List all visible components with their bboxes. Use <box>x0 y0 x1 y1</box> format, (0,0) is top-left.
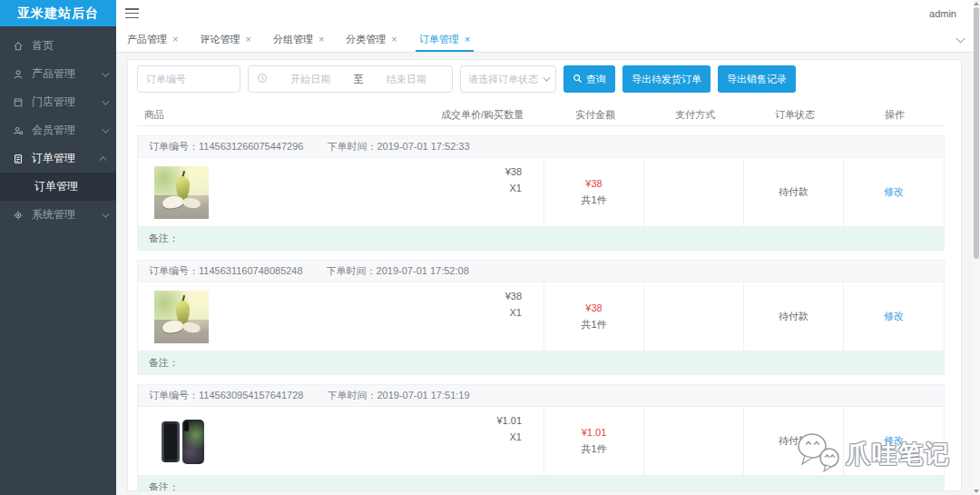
export-sales-records-button[interactable]: 导出销售记录 <box>718 65 796 93</box>
close-icon[interactable]: × <box>172 35 178 45</box>
order-number: 订单编号：1145631266075447296 <box>149 140 303 153</box>
col-paid-amount: 实付金额 <box>545 108 645 122</box>
pieces-count: 共1件 <box>581 442 606 456</box>
scroll-down-icon[interactable] <box>974 490 979 493</box>
sidebar-subitem-order-management[interactable]: 订单管理 <box>0 173 116 201</box>
sidebar-item-home[interactable]: 首页 <box>0 32 116 60</box>
modify-link[interactable]: 修改 <box>884 185 904 199</box>
status-placeholder: 请选择订单状态 <box>468 73 543 86</box>
chevron-down-icon <box>543 74 550 81</box>
product-image-pear <box>154 291 209 343</box>
modify-link[interactable]: 修改 <box>884 310 904 323</box>
modify-link[interactable]: 修改 <box>884 434 904 448</box>
order-head: 订单编号：1145631160748085248 下单时间：2019-07-01… <box>138 261 944 282</box>
close-icon[interactable]: × <box>391 35 397 45</box>
start-date-placeholder: 开始日期 <box>273 73 348 86</box>
date-range-picker[interactable]: 开始日期 至 结束日期 <box>248 65 453 93</box>
col-order-status: 订单状态 <box>745 108 845 122</box>
chevron-down-icon <box>102 69 109 76</box>
order-number: 订单编号：1145630954157641728 <box>149 389 303 402</box>
order-group: 订单编号：1145630954157641728 下单时间：2019-07-01… <box>137 384 945 491</box>
tab-group-management[interactable]: 分组管理 × <box>273 26 324 52</box>
filter-bar: 开始日期 至 结束日期 请选择订单状态 查询 <box>128 60 961 98</box>
export-pending-orders-button[interactable]: 导出待发货订单 <box>622 65 710 93</box>
member-icon <box>13 125 24 136</box>
sidebar-item-members[interactable]: 会员管理 <box>0 116 116 144</box>
top-bar: admin <box>116 0 973 26</box>
col-pay-method: 支付方式 <box>645 108 745 122</box>
order-remark: 备注： <box>138 351 944 374</box>
sidebar-item-stores[interactable]: 门店管理 <box>0 88 116 116</box>
order-time: 下单时间：2019-07-01 17:52:08 <box>327 264 469 278</box>
pieces-count: 共1件 <box>581 318 606 332</box>
order-icon <box>13 153 24 164</box>
order-status: 待付款 <box>744 407 844 475</box>
tab-comment-management[interactable]: 评论管理 × <box>200 26 250 52</box>
app-logo: 亚米建站后台 <box>0 0 116 26</box>
order-head: 订单编号：1145630954157641728 下单时间：2019-07-01… <box>138 385 944 407</box>
paid-amount-cell: ¥38 共1件 <box>544 282 644 351</box>
pay-method-cell <box>644 407 744 475</box>
order-panel: 开始日期 至 结束日期 请选择订单状态 查询 <box>127 59 962 491</box>
date-to-label: 至 <box>354 73 364 86</box>
search-button[interactable]: 查询 <box>564 65 615 93</box>
sidebar-item-system[interactable]: 系统管理 <box>0 201 116 229</box>
product-image-pear <box>154 166 209 219</box>
tab-order-management[interactable]: 订单管理 × <box>419 26 470 52</box>
close-icon[interactable]: × <box>465 35 470 45</box>
tabs-bar: 产品管理 × 评论管理 × 分组管理 × 分类管理 × 订单管理 × <box>116 26 973 53</box>
user-icon <box>13 69 24 80</box>
paid-amount: ¥38 <box>585 302 602 313</box>
order-status: 待付款 <box>744 282 844 351</box>
vertical-scrollbar[interactable] <box>973 0 980 495</box>
sidebar-nav: 首页 产品管理 门店管理 会员管理 <box>0 26 116 229</box>
order-head: 订单编号：1145631266075447296 下单时间：2019-07-01… <box>138 136 944 158</box>
chevron-down-icon <box>102 125 109 133</box>
sidebar-item-label: 订单管理 <box>32 151 75 166</box>
tab-category-management[interactable]: 分类管理 × <box>346 26 397 52</box>
paid-amount: ¥38 <box>585 178 602 189</box>
sidebar-item-label: 会员管理 <box>32 123 75 138</box>
chevron-up-icon <box>99 156 106 163</box>
tab-product-management[interactable]: 产品管理 × <box>127 26 178 52</box>
sidebar-item-label: 产品管理 <box>32 66 75 82</box>
search-icon <box>573 74 583 85</box>
sidebar-item-products[interactable]: 产品管理 <box>0 60 116 88</box>
tabs-overflow-chevron-icon[interactable] <box>956 35 965 44</box>
sidebar-item-label: 系统管理 <box>32 207 75 223</box>
scrollbar-thumb[interactable] <box>974 7 979 259</box>
tab-label: 产品管理 <box>127 33 167 46</box>
order-group: 订单编号：1145631266075447296 下单时间：2019-07-01… <box>137 135 945 251</box>
chevron-down-icon <box>102 210 109 217</box>
order-group: 订单编号：1145631160748085248 下单时间：2019-07-01… <box>137 260 945 375</box>
order-row: ¥1.01 X1 ¥1.01 共1件 待付款 修改 <box>138 407 944 476</box>
sidebar: 亚米建站后台 首页 产品管理 门店管理 <box>0 0 116 495</box>
pieces-count: 共1件 <box>581 193 606 207</box>
order-status-select[interactable]: 请选择订单状态 <box>460 65 556 93</box>
scroll-up-icon[interactable] <box>974 2 979 5</box>
chevron-down-icon <box>102 97 109 104</box>
tab-label: 分组管理 <box>273 33 313 46</box>
clock-icon <box>257 71 268 87</box>
pay-method-cell <box>644 282 744 351</box>
sidebar-item-label: 门店管理 <box>32 94 75 110</box>
order-number: 订单编号：1145631160748085248 <box>149 264 303 278</box>
paid-amount-cell: ¥38 共1件 <box>544 158 644 226</box>
end-date-placeholder: 结束日期 <box>369 73 445 86</box>
close-icon[interactable]: × <box>318 35 324 45</box>
order-number-input[interactable] <box>137 65 240 93</box>
order-status: 待付款 <box>744 158 844 226</box>
hamburger-menu-icon[interactable] <box>125 8 139 18</box>
tab-label: 分类管理 <box>346 33 386 46</box>
tab-label: 评论管理 <box>200 33 240 46</box>
paid-amount-cell: ¥1.01 共1件 <box>544 407 644 475</box>
table-header: 商品 成交单价/购买数量 实付金额 支付方式 订单状态 操作 <box>137 104 945 126</box>
store-icon <box>13 97 24 108</box>
close-icon[interactable]: × <box>245 35 250 45</box>
col-unit-price-qty: 成交单价/购买数量 <box>441 108 524 122</box>
sidebar-item-orders[interactable]: 订单管理 <box>0 144 116 173</box>
unit-price-qty: ¥1.01 X1 <box>496 415 522 448</box>
order-remark: 备注： <box>138 227 944 250</box>
order-row: ¥38 X1 ¥38 共1件 待付款 修改 <box>138 282 944 351</box>
user-menu[interactable]: admin <box>929 8 956 19</box>
